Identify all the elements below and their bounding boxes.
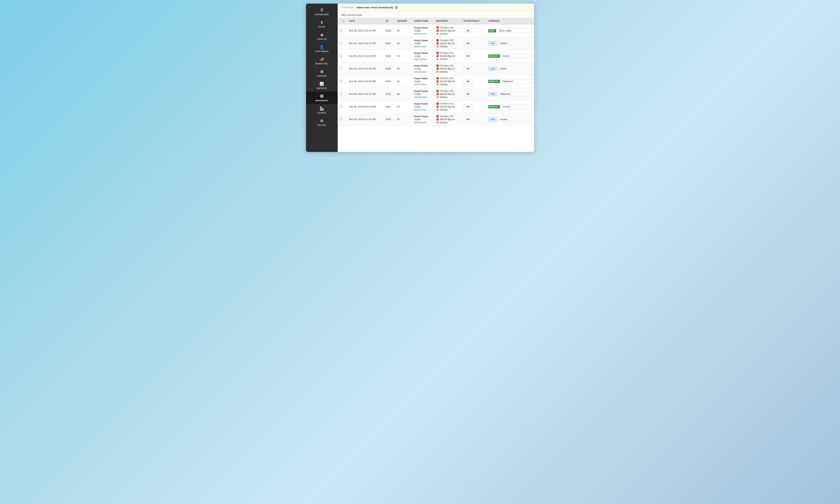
row-checkbox-6[interactable] (340, 105, 342, 108)
th-admin-user: ADMIN USER (412, 18, 434, 24)
filter-remove-button[interactable]: × (395, 6, 398, 9)
row-user-7: Frank Tester Frank Administrators (412, 113, 434, 126)
row-session-0: 63 (395, 24, 412, 37)
chrome-icon: 🔴 (436, 64, 439, 67)
row-summary-2: CREATE memo (486, 50, 534, 62)
revertable-button-6[interactable]: NO (464, 104, 472, 109)
revertable-button-1[interactable]: NO (464, 41, 472, 46)
desktop-icon: 🖥 (436, 108, 439, 111)
sidebar-item-customers[interactable]: 👤 CUSTOMERS (306, 42, 338, 55)
desktop-icon: 🖥 (436, 70, 439, 73)
row-browser-7: 🔴 Chrome v.131 🍎 MacOS Big Sur 🖥 Desktop (434, 113, 461, 126)
sidebar-item-content[interactable]: ⊞ CONTENT (306, 67, 338, 79)
row-summary-4: CREATE Shipment (486, 75, 534, 88)
row-checkbox-cell (338, 37, 347, 50)
row-checkbox-4[interactable] (340, 80, 342, 82)
summary-badge-6[interactable]: CREATE (488, 105, 500, 108)
revertable-button-7[interactable]: NO (464, 117, 472, 122)
sidebar-item-moogento[interactable]: Ⓜ MOOGENTO (306, 92, 338, 104)
desktop-icon: 🖥 (436, 45, 439, 48)
system-icon: ⚙ (319, 118, 324, 123)
table-row: Nov 20, 2024 9:11:47 PM 6342 63 Frank Te… (338, 88, 534, 101)
row-summary-0: NEW Store credit (486, 24, 534, 37)
th-session: SESSION (395, 18, 412, 24)
chrome-icon: 🔴 (436, 39, 439, 42)
row-checkbox-cell (338, 88, 347, 101)
chrome-icon: 🔴 (436, 115, 439, 118)
sidebar-item-stores[interactable]: 🏪 STORES (306, 104, 338, 116)
summary-badge-2[interactable]: CREATE (488, 54, 500, 58)
revertable-button-5[interactable]: NO (464, 92, 472, 96)
row-checkbox-cell (338, 50, 347, 62)
sidebar-item-marketing[interactable]: 📣 MARKETING (306, 55, 338, 67)
revertable-button-3[interactable]: NO (464, 66, 472, 71)
apple-icon: 🍎 (436, 55, 439, 57)
summary-badge-0[interactable]: NEW (488, 29, 496, 32)
marketing-icon: 📣 (319, 57, 324, 62)
th-date: DATE (347, 18, 383, 24)
summary-text-3: memo (498, 67, 532, 71)
row-summary-3: VIEW memo (486, 62, 534, 75)
sidebar-item-dashboard[interactable]: ⏱ DASHBOARD (306, 5, 338, 18)
row-id-6: 6341 (383, 101, 395, 113)
row-date-3: Nov 20, 2024 9:11:58 PM (347, 62, 383, 75)
chrome-icon: 🔴 (436, 52, 439, 54)
sidebar-item-sales[interactable]: $ SALES (306, 18, 338, 30)
row-checkbox-2[interactable] (340, 55, 342, 57)
th-browser: BROWSER (434, 18, 461, 24)
row-session-5: 63 (395, 88, 412, 101)
chrome-icon: 🔴 (436, 77, 439, 79)
sidebar-label-stores: STORES (317, 112, 326, 114)
sidebar-label-dashboard: DASHBOARD (315, 13, 329, 16)
row-user-5: Frank Tester Frank Administrators (412, 88, 434, 101)
table-row: Nov 20, 2024 9:12:22 PM 6348 63 Frank Te… (338, 24, 534, 37)
row-user-4: Frank Tester Frank Administrators (412, 75, 434, 88)
summary-badge-7[interactable]: VIEW (488, 118, 497, 121)
row-browser-0: 🔴 Chrome v.131 🍎 MacOS Big Sur 🖥 Desktop (434, 24, 461, 37)
sidebar: ⏱ DASHBOARD $ SALES ◈ CATALOG 👤 CUSTOMER… (306, 4, 338, 152)
row-user-1: Frank Tester Frank Administrators (412, 37, 434, 50)
revertable-button-0[interactable]: NO (464, 29, 472, 33)
table-row: Nov 20, 2024 9:11:58 PM 6345 63 Frank Te… (338, 62, 534, 75)
row-checkbox-7[interactable] (340, 118, 342, 120)
summary-text-7: Invoice (498, 117, 532, 121)
sidebar-label-reports: REPORTS (317, 87, 327, 89)
summary-badge-5[interactable]: VIEW (488, 92, 497, 96)
row-date-4: Nov 20, 2024 9:11:52 PM (347, 75, 383, 88)
summary-text-1: Orders (498, 41, 532, 46)
chrome-icon: 🔴 (436, 90, 439, 92)
row-date-7: Nov 20, 2024 9:11:40 PM (347, 113, 383, 126)
main-content: Active filters: Admin User: Frank Tester… (338, 4, 534, 152)
row-id-2: 6346 (383, 50, 395, 62)
sidebar-item-system[interactable]: ⚙ SYSTEM (306, 116, 338, 128)
sidebar-label-sales: SALES (318, 26, 325, 28)
th-id[interactable]: ID ↑ (383, 18, 395, 24)
chrome-icon: 🔴 (436, 26, 439, 29)
row-user-6: Frank Tester Frank Administrators (412, 101, 434, 113)
row-checkbox-3[interactable] (340, 67, 342, 70)
row-id-4: 6344 (383, 75, 395, 88)
row-checkbox-5[interactable] (340, 93, 342, 95)
summary-badge-3[interactable]: VIEW (488, 67, 497, 71)
row-id-7: 6340 (383, 113, 395, 126)
summary-text-0: Store credit (498, 29, 532, 33)
revertable-button-4[interactable]: NO (464, 79, 472, 84)
select-all-checkbox[interactable] (340, 20, 342, 22)
row-checkbox-1[interactable] (340, 42, 342, 44)
sidebar-item-reports[interactable]: 📊 REPORTS (306, 79, 338, 92)
summary-badge-1[interactable]: VIEW (488, 42, 497, 45)
row-browser-2: 🔴 Chrome v.131 🍎 MacOS Big Sur 🖥 Desktop (434, 50, 461, 62)
th-checkbox-dropdown[interactable]: ▼ (343, 20, 345, 22)
row-checkbox-cell (338, 62, 347, 75)
row-session-7: 63 (395, 113, 412, 126)
row-checkbox-cell (338, 75, 347, 88)
summary-text-5: Shipment (498, 92, 532, 96)
revertable-button-2[interactable]: NO (464, 54, 472, 58)
filter-value: Admin User: Frank Tester[Frank] (357, 6, 393, 9)
stores-icon: 🏪 (319, 106, 324, 111)
apple-icon: 🍎 (436, 93, 439, 95)
sidebar-item-catalog[interactable]: ◈ CATALOG (306, 30, 338, 42)
table-wrapper: ▼ DATE ID ↑ SESSION ADMIN USER BROWSER (338, 18, 534, 152)
row-checkbox-0[interactable] (340, 29, 342, 32)
summary-badge-4[interactable]: CREATE (488, 80, 500, 83)
